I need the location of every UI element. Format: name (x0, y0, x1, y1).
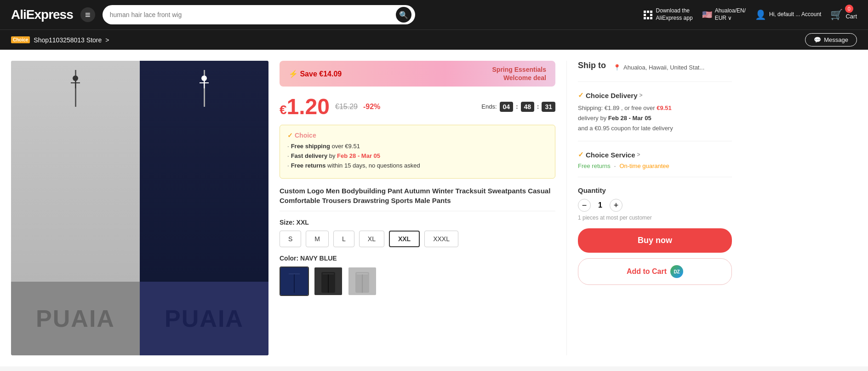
dz-logo: DZ (670, 265, 683, 278)
qr-icon (644, 11, 652, 19)
download-app[interactable]: Download theAliExpress app (644, 7, 693, 22)
header: AliExpress ≡ 🔍 Download theAliExpress ap… (0, 0, 868, 29)
store-bar: Choice Shop1103258013 Store > 💬 Message (0, 29, 868, 50)
color-section: Color: NAVY BLUE (280, 255, 555, 296)
service-title-text: Choice Service (586, 151, 635, 159)
cart-label: Cart (845, 13, 857, 20)
color-black[interactable] (314, 267, 343, 296)
quantity-section: Quantity − 1 + 1 pieces at most per cust… (578, 186, 732, 221)
delivery-dates: Feb 28 - Mar 05 (608, 115, 651, 122)
price-main: €1.20 (280, 94, 330, 119)
product-sidebar: Ship to 📍 Ahualoa, Hawaii, United Stat..… (566, 61, 732, 355)
location-icon: 📍 (613, 64, 621, 71)
quantity-limit: 1 pieces at most per customer (578, 214, 732, 221)
spring-text: Spring EssentialsWelcome deal (492, 65, 546, 82)
svg-point-0 (73, 75, 78, 81)
size-L[interactable]: L (333, 231, 354, 247)
ship-to-location[interactable]: 📍 Ahualoa, Hawaii, United Stat... (613, 64, 704, 71)
free-returns-text: Free returns (578, 162, 611, 169)
choice-checkmark-icon: ✓ (287, 132, 293, 139)
main-content: PUAIA PUAIA PUAIA PUAIA ⚡ Save €14.0 (0, 50, 868, 366)
delivery-info: Shipping: €1.89 , or free over €9.51 del… (578, 103, 732, 133)
color-options (280, 267, 555, 296)
add-to-cart-button[interactable]: Add to Cart DZ (578, 258, 732, 285)
quantity-minus-button[interactable]: − (578, 199, 591, 212)
choice-fast-delivery: · Fast delivery by Feb 28 - Mar 05 (287, 152, 548, 159)
timer-sep-1: : (516, 103, 518, 110)
timer-hours: 04 (500, 102, 514, 112)
price-original: €15.29 (335, 103, 358, 111)
quantity-label: Quantity (578, 186, 732, 194)
choice-label: ✓ Choice (287, 132, 548, 139)
account-menu[interactable]: 👤 Hi, default ... Account (755, 9, 821, 20)
choice-badge: Choice (11, 36, 30, 43)
size-options: S M L XL XXL XXXL (280, 231, 555, 247)
choice-service-title[interactable]: ✓ Choice Service > (578, 151, 732, 159)
message-icon: 💬 (814, 36, 821, 43)
svg-rect-10 (323, 273, 334, 274)
size-XXL[interactable]: XXL (389, 231, 420, 247)
service-checkmark-icon: ✓ (578, 151, 584, 159)
delivery-dates-text: delivery by Feb 28 - Mar 05 (578, 113, 732, 123)
choice-delivery-title[interactable]: ✓ Choice Delivery > (578, 91, 732, 99)
quantity-value: 1 (598, 201, 602, 209)
search-bar: 🔍 (103, 5, 415, 24)
pants-navy: PUAIA PUAIA (140, 61, 268, 355)
svg-point-3 (201, 75, 207, 81)
size-XL[interactable]: XL (359, 231, 384, 247)
coupon-text: and a €0.95 coupon for late delivery (578, 123, 732, 133)
product-image: PUAIA PUAIA PUAIA PUAIA (11, 61, 268, 355)
flag-icon: 🇺🇸 (702, 10, 712, 20)
menu-icon[interactable]: ≡ (80, 7, 95, 22)
size-S[interactable]: S (280, 231, 301, 247)
size-XXXL[interactable]: XXXL (424, 231, 458, 247)
product-image-section: PUAIA PUAIA PUAIA PUAIA (11, 61, 268, 355)
quantity-controls: − 1 + (578, 199, 732, 212)
color-navy-blue[interactable] (280, 267, 309, 296)
service-items: Free returns · On-time guarantee (578, 162, 732, 169)
ship-to-section: Ship to 📍 Ahualoa, Hawaii, United Stat..… (578, 61, 732, 82)
ship-to-label: Ship to (578, 61, 606, 70)
discount-badge: -92% (363, 103, 380, 111)
color-label: Color: NAVY BLUE (280, 255, 555, 262)
pants-grey: PUAIA PUAIA (11, 61, 140, 355)
on-time-guarantee-text: On-time guarantee (619, 162, 669, 169)
cart-button[interactable]: 🛒 0 Cart (830, 9, 857, 21)
choice-box: ✓ Choice · Free shipping over €9.51 · Fa… (280, 125, 555, 179)
app-label: Download theAliExpress app (656, 7, 693, 22)
timer-section: Ends: 04 : 48 : 31 (481, 102, 555, 112)
person-icon: 👤 (755, 9, 766, 20)
price-section: €1.20 €15.29 -92% Ends: 04 : 48 : 31 (280, 94, 555, 119)
store-link[interactable]: Choice Shop1103258013 Store > (11, 36, 109, 44)
message-button[interactable]: 💬 Message (805, 33, 857, 46)
quantity-plus-button[interactable]: + (610, 199, 622, 212)
choice-free-returns: · Free returns within 15 days, no questi… (287, 162, 548, 169)
product-title: Custom Logo Men Bodybuilding Pant Autumn… (280, 186, 555, 211)
size-M[interactable]: M (306, 231, 329, 247)
language-selector[interactable]: 🇺🇸 Ahualoa/EN/EUR ∨ (702, 7, 746, 22)
delivery-title-text: Choice Delivery (586, 92, 638, 99)
header-right: Download theAliExpress app 🇺🇸 Ahualoa/EN… (644, 7, 857, 22)
choice-delivery-section: ✓ Choice Delivery > Shipping: €1.89 , or… (578, 91, 732, 141)
buy-now-button[interactable]: Buy now (578, 228, 732, 253)
timer-seconds: 31 (542, 102, 555, 112)
product-details: ⚡ Save €14.09 Spring EssentialsWelcome d… (280, 61, 555, 355)
color-grey[interactable] (348, 267, 377, 296)
size-label: Size: XXL (280, 219, 555, 226)
account-label: Hi, default ... Account (769, 11, 821, 18)
delivery-checkmark-icon: ✓ (578, 91, 584, 99)
search-button[interactable]: 🔍 (396, 7, 411, 23)
choice-free-shipping: · Free shipping over €9.51 (287, 143, 548, 150)
cart-icon: 🛒 (830, 9, 843, 21)
service-chevron-icon: > (637, 151, 640, 158)
price-value: 1.20 (287, 94, 330, 119)
location-text: Ahualoa, Hawaii, United Stat... (623, 64, 704, 71)
search-input[interactable] (110, 11, 396, 18)
add-to-cart-label: Add to Cart (627, 267, 667, 276)
shipping-text: Shipping: €1.89 , or free over €9.51 (578, 103, 732, 113)
timer-minutes: 48 (521, 102, 535, 112)
choice-service-section: ✓ Choice Service > Free returns · On-tim… (578, 151, 732, 177)
store-name: Shop1103258013 Store (34, 36, 102, 44)
free-threshold: €9.51 (657, 104, 672, 111)
logo: AliExpress (11, 7, 73, 22)
